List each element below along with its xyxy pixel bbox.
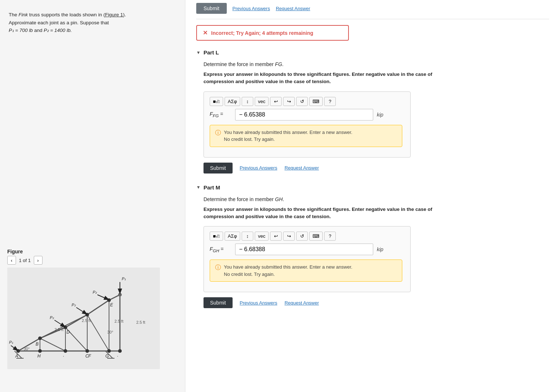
math-template-btn-l[interactable]: ■√⃞: [210, 97, 223, 106]
vector-btn-m[interactable]: vec: [255, 232, 269, 241]
part-l-input-row: FFG = kip: [210, 109, 404, 121]
part-l-question-post: .: [282, 61, 283, 67]
top-prev-answers-link[interactable]: Previous Answers: [233, 6, 270, 11]
part-m-body: Determine the force in member GH. Expres…: [196, 196, 549, 309]
part-l-answer-input[interactable]: [235, 109, 373, 121]
svg-text:P₁: P₁: [9, 340, 13, 344]
problem-and: and: [33, 28, 44, 33]
part-l-arrow: ▼: [196, 50, 201, 55]
svg-text:P₁: P₁: [122, 277, 126, 281]
svg-text:2.5 ft: 2.5 ft: [114, 319, 123, 323]
error-icon: ✕: [203, 29, 208, 36]
part-m-input-row: FGH = kip: [210, 244, 404, 255]
truss-diagram: A H · C G · B D F E P₁ P₂: [7, 268, 160, 369]
part-m-warning-line1: You have already submitted this answer. …: [224, 264, 352, 270]
part-m-member: GH: [275, 196, 283, 202]
redo-btn-l[interactable]: ↪: [283, 97, 295, 106]
part-l-title: Part L: [204, 49, 219, 56]
figure-nav: ‹ 1 of 1 ›: [7, 256, 160, 265]
part-l-warning-line1: You have already submitted this answer. …: [224, 130, 352, 135]
figure-ref[interactable]: Figure 1: [105, 12, 123, 17]
part-m-arrow: ▼: [196, 185, 201, 190]
arrows-btn-l[interactable]: ↕: [242, 97, 253, 106]
problem-p2: P₂ = 1400 lb.: [44, 28, 72, 33]
reset-btn-l[interactable]: ↺: [296, 97, 308, 106]
part-m-input-label: FGH =: [210, 246, 231, 253]
problem-line2: Approximate each joint as a pin. Suppose…: [9, 20, 109, 25]
keyboard-btn-m[interactable]: ⌨: [309, 232, 323, 241]
prev-figure-btn[interactable]: ‹: [7, 256, 16, 265]
top-request-answer-link[interactable]: Request Answer: [276, 6, 310, 11]
part-m-answer-input[interactable]: [235, 244, 373, 255]
part-m-header[interactable]: ▼ Part M: [196, 184, 549, 191]
undo-btn-l[interactable]: ↩: [270, 97, 282, 106]
part-m-warning-text: You have already submitted this answer. …: [224, 264, 352, 278]
part-m-title: Part M: [204, 184, 220, 191]
part-m-prev-answers-link[interactable]: Previous Answers: [240, 300, 277, 306]
part-l-warning-icon: ⓘ: [215, 129, 221, 137]
reset-btn-m[interactable]: ↺: [296, 232, 308, 241]
svg-text:2.5 ft: 2.5 ft: [136, 320, 145, 324]
vector-btn-l[interactable]: vec: [255, 97, 269, 106]
svg-text:·: ·: [117, 354, 118, 359]
svg-text:F: F: [88, 354, 91, 359]
part-m-unit: kip: [377, 246, 383, 252]
part-m-warning-line2: No credit lost. Try again.: [224, 271, 275, 277]
svg-point-18: [38, 349, 42, 353]
keyboard-btn-l[interactable]: ⌨: [309, 97, 323, 106]
part-m-question: Determine the force in member GH.: [204, 196, 549, 202]
part-m-action-row: Submit Previous Answers Request Answer: [204, 297, 549, 308]
svg-text:P₂: P₂: [72, 303, 76, 307]
top-submit-btn[interactable]: Submit: [196, 3, 227, 14]
part-m-request-answer-link[interactable]: Request Answer: [285, 300, 319, 306]
figure-diagram-area: Figure ‹ 1 of 1 ›: [7, 118, 160, 370]
help-btn-m[interactable]: ?: [324, 232, 336, 241]
part-l-warning-line2: No credit lost. Try again.: [224, 136, 275, 142]
part-l-unit: kip: [377, 112, 383, 118]
part-l-question: Determine the force in member FG.: [204, 61, 549, 67]
part-l-question-pre: Determine the force in member: [204, 61, 275, 67]
svg-text:2.5 ft: 2.5 ft: [55, 327, 63, 332]
undo-btn-m[interactable]: ↩: [270, 232, 282, 241]
part-l-prev-answers-link[interactable]: Previous Answers: [240, 165, 277, 171]
figure-label: Figure: [7, 249, 160, 254]
problem-text-1: The: [9, 12, 19, 17]
top-links: Previous Answers Request Answer: [233, 6, 310, 11]
left-panel: The Fink truss supports the loads shown …: [0, 0, 185, 392]
part-l-submit-btn[interactable]: Submit: [204, 163, 233, 173]
part-l-header[interactable]: ▼ Part L: [196, 49, 549, 56]
error-text: Incorrect; Try Again; 4 attempts remaini…: [211, 30, 313, 36]
svg-point-25: [107, 349, 111, 353]
math-template-btn-m[interactable]: ■√⃞: [210, 232, 223, 241]
svg-text:2.5 ft: 2.5 ft: [82, 318, 90, 323]
fink-label: Fink: [19, 12, 28, 17]
part-m-question-post: .: [283, 196, 284, 202]
svg-text:B: B: [36, 342, 39, 347]
part-l-request-answer-link[interactable]: Request Answer: [285, 165, 319, 171]
svg-text:30°: 30°: [24, 347, 30, 351]
part-l-input-label: FFG =: [210, 111, 231, 118]
svg-point-27: [118, 349, 122, 353]
part-m-warning-box: ⓘ You have already submitted this answer…: [210, 260, 402, 282]
svg-point-20: [64, 349, 67, 353]
svg-text:·: ·: [63, 354, 64, 359]
error-banner: ✕ Incorrect; Try Again; 4 attempts remai…: [196, 25, 349, 41]
problem-p1: P₁ = 700 lb: [9, 28, 33, 33]
arrows-btn-m[interactable]: ↕: [242, 232, 253, 241]
part-l-section: ▼ Part L Determine the force in member F…: [196, 49, 549, 173]
greek-symbols-btn-m[interactable]: ΑΣφ: [225, 232, 240, 241]
problem-text: The Fink truss supports the loads shown …: [9, 11, 176, 34]
redo-btn-m[interactable]: ↪: [283, 232, 295, 241]
svg-text:P₂: P₂: [50, 315, 54, 320]
page-container: The Fink truss supports the loads shown …: [0, 0, 560, 392]
next-figure-btn[interactable]: ›: [34, 256, 43, 265]
svg-text:H: H: [37, 354, 41, 359]
part-l-instruction: Express your answer in kilopounds to thr…: [204, 71, 549, 86]
figure-page: 1 of 1: [19, 258, 31, 263]
part-m-question-pre: Determine the force in member: [204, 196, 275, 202]
part-m-warning-icon: ⓘ: [215, 264, 221, 271]
part-m-submit-btn[interactable]: Submit: [204, 297, 233, 308]
greek-symbols-btn-l[interactable]: ΑΣφ: [225, 97, 240, 106]
help-btn-l[interactable]: ?: [324, 97, 336, 106]
part-l-warning-text: You have already submitted this answer. …: [224, 129, 352, 143]
